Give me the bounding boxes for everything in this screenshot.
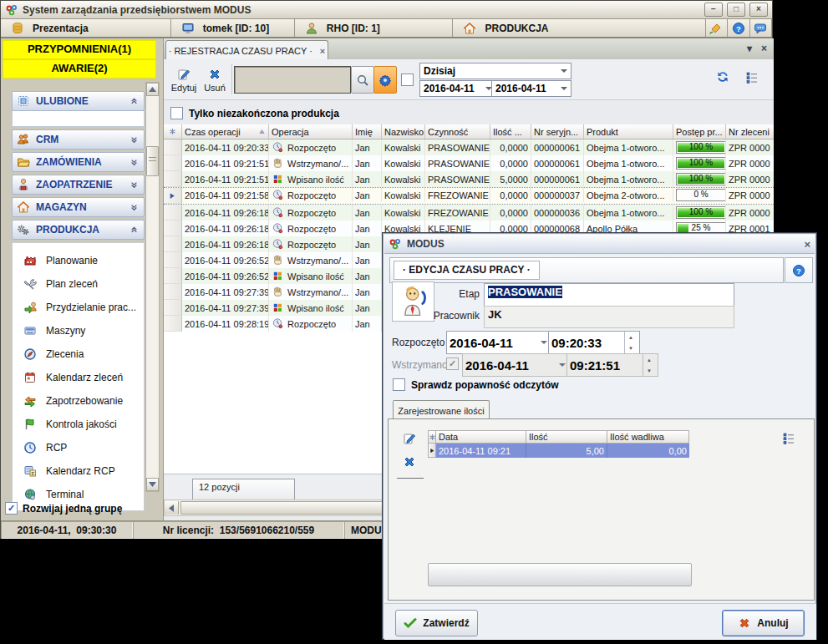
cell-imie: Jan bbox=[353, 155, 382, 171]
grid-header-nazwisko[interactable]: Nazwisko bbox=[382, 124, 425, 139]
sidebar-group-crm[interactable]: CRM bbox=[12, 129, 145, 150]
edit-quantity-button[interactable] bbox=[400, 429, 419, 448]
sidebar-item-przydzielanie-prac-[interactable]: Przydzielanie prac... bbox=[13, 296, 144, 319]
menu-item-rho-id-1-[interactable]: RHO [ID: 1] bbox=[295, 19, 454, 37]
grid-menu-icon[interactable] bbox=[782, 432, 795, 445]
gear-icon bbox=[378, 74, 392, 87]
sidebar-item-maszyny[interactable]: Maszyny bbox=[13, 319, 144, 342]
sidebar-item-kalendarz-zleceń[interactable]: Kalendarz zleceń bbox=[13, 366, 144, 389]
menu-item-prezentacja[interactable]: Prezentacja bbox=[1, 19, 171, 37]
paused-time-spinner[interactable]: 09:21:51 ▲▼ bbox=[566, 353, 658, 377]
refresh-icon[interactable] bbox=[715, 69, 730, 84]
expand-one-group-checkbox[interactable]: ✓ Rozwijaj jedną grupę bbox=[5, 502, 122, 515]
search-button[interactable] bbox=[351, 66, 374, 94]
edit-button[interactable]: Edytuj bbox=[168, 63, 200, 97]
tab-rejestracja-czasu-pracy[interactable]: · REJESTRACJA CZASU PRACY · × bbox=[165, 40, 328, 60]
grid-header-imię[interactable]: Imię bbox=[353, 124, 382, 139]
sidebar-group-zaopatrzenie[interactable]: ZAOPATRZENIE bbox=[12, 175, 145, 195]
delete-button[interactable]: Usuń bbox=[201, 63, 229, 97]
sidebar-group-ulubione[interactable]: ULUBIONE bbox=[12, 91, 145, 111]
sidebar-group-zamówienia[interactable]: ZAMÓWIENIA bbox=[12, 152, 145, 172]
sidebar-group-produkcja[interactable]: PRODUKCJA bbox=[12, 220, 145, 240]
sidebar-item-kontrola-jakości[interactable]: Kontrola jakości bbox=[13, 413, 144, 436]
close-icon[interactable]: × bbox=[749, 3, 768, 17]
qty-header-data[interactable]: Data bbox=[436, 430, 526, 444]
row-indicator bbox=[164, 284, 182, 300]
grid-header-produkt[interactable]: Produkt bbox=[584, 124, 673, 139]
minimize-icon[interactable]: − bbox=[704, 3, 723, 17]
table-row[interactable]: 2016-04-11 09:26:18RozpoczętoJanKowalski… bbox=[164, 205, 774, 221]
chat-icon[interactable] bbox=[750, 19, 773, 37]
grid-header-nr-seryjn-[interactable]: Nr seryjn... bbox=[531, 124, 584, 139]
table-row[interactable]: 2016-04-11 09:21:51Wpisano ilośćJanKowal… bbox=[164, 171, 774, 187]
grid-header-indicator[interactable] bbox=[164, 124, 182, 139]
unfinished-only-checkbox[interactable]: Tylko niezakończona produkcja bbox=[170, 107, 339, 119]
table-row[interactable]: 2016-04-11 09:20:33RozpoczętoJanKowalski… bbox=[164, 139, 774, 155]
grid-menu-icon[interactable] bbox=[745, 71, 759, 84]
failures-button[interactable]: AWARIE(2) bbox=[3, 59, 156, 79]
cancel-button[interactable]: Anuluj bbox=[722, 610, 805, 636]
menu-item-tomek-id-10-[interactable]: tomek [ID: 10] bbox=[171, 19, 295, 37]
etap-input[interactable]: PRASOWANIE bbox=[484, 283, 734, 307]
menu-item-label: RHO [ID: 1] bbox=[327, 23, 380, 34]
tab-close-icon[interactable]: × bbox=[320, 46, 325, 56]
date-to-combo[interactable]: 2016-04-11 bbox=[491, 80, 571, 97]
verify-readings-checkbox[interactable]: Sprawdz popawność odczytów bbox=[393, 378, 559, 391]
quantities-table[interactable]: DataIlośćIlość wadliwa2016-04-11 09:215,… bbox=[428, 430, 689, 458]
delete-quantity-button[interactable] bbox=[400, 453, 419, 471]
progress-bar: 100 % bbox=[676, 206, 726, 219]
sidebar-item-zapotrzebowanie[interactable]: Zapotrzebowanie bbox=[13, 389, 144, 413]
grid-header-postęp-pr-[interactable]: Postęp pr... bbox=[673, 124, 726, 139]
help-icon[interactable]: ? bbox=[792, 264, 805, 277]
date-from-combo[interactable]: 2016-04-11 bbox=[419, 80, 496, 97]
menu-item-produkcja[interactable]: PRODUKCJA bbox=[453, 19, 705, 37]
tab-list-dropdown-icon[interactable]: ▾ bbox=[747, 43, 752, 54]
grid-header-operacja[interactable]: Operacja bbox=[269, 124, 353, 139]
qty-table-row[interactable]: 2016-04-11 09:215,000,00 bbox=[428, 444, 689, 458]
grid-header-nr-zleceni[interactable]: Nr zleceni bbox=[726, 124, 774, 139]
sidebar-item-plan-zleceń[interactable]: Plan zleceń bbox=[13, 272, 144, 296]
scroll-up-icon[interactable] bbox=[146, 83, 159, 96]
dialog-close-icon[interactable]: × bbox=[804, 238, 810, 251]
sidebar-item-kalendarz-rcp[interactable]: ΣKalendarz RCP bbox=[13, 459, 144, 483]
grid-header-czas-operacji[interactable]: Czas operacji bbox=[182, 124, 269, 139]
table-row[interactable]: 2016-04-11 09:21:58RozpoczętoJanKowalski… bbox=[164, 187, 774, 205]
qty-header-ilość[interactable]: Ilość bbox=[526, 430, 607, 444]
sidebar-scrollbar[interactable] bbox=[145, 82, 160, 492]
tab-registered-quantities[interactable]: Zarejestrowane ilości bbox=[393, 400, 490, 420]
settings-gear-button[interactable] bbox=[373, 66, 397, 94]
toolbar-checkbox[interactable] bbox=[401, 74, 414, 86]
column-label: Czas operacji bbox=[185, 127, 241, 137]
pracownik-input[interactable]: JK bbox=[484, 306, 734, 328]
table-row[interactable]: 2016-04-11 09:21:51Wstrzymano/...JanKowa… bbox=[164, 155, 774, 171]
pracownik-label: Pracownik bbox=[421, 310, 480, 322]
cell-operacja: Rozpoczęto bbox=[269, 188, 353, 202]
sidebar-item-zlecenia[interactable]: Zlecenia bbox=[13, 342, 144, 366]
paint-icon[interactable] bbox=[706, 19, 729, 37]
time-spinner-icons[interactable]: ▲▼ bbox=[624, 332, 637, 353]
sidebar-group-magazyn[interactable]: MAGAZYN bbox=[12, 197, 145, 217]
sidebar-item-planowanie[interactable]: Planowanie bbox=[13, 249, 144, 272]
grid-header-ilość-[interactable]: Ilość ... bbox=[490, 124, 531, 139]
confirm-button[interactable]: Zatwierdź bbox=[395, 610, 478, 636]
sidebar-item-rcp[interactable]: RCP bbox=[13, 436, 144, 459]
nav-groups: ULUBIONECRMZAMÓWIENIAZAOPATRZENIEMAGAZYN… bbox=[12, 91, 145, 511]
search-input[interactable] bbox=[234, 66, 351, 94]
paused-date-combo[interactable]: 2016-04-11 bbox=[462, 353, 569, 377]
grid-header-czynność[interactable]: Czynność bbox=[425, 124, 490, 139]
tab-strip-close-icon[interactable]: × bbox=[761, 43, 767, 54]
paused-checkbox[interactable]: ✓ bbox=[446, 357, 459, 370]
qty-header-ilość-wadliwa[interactable]: Ilość wadliwa bbox=[607, 430, 689, 444]
cell-czynnosc: PRASOWANIE bbox=[425, 155, 490, 171]
reminders-button[interactable]: PRZYPOMNIENIA(1) bbox=[3, 40, 156, 59]
sidebar-item-label: Zlecenia bbox=[46, 348, 84, 360]
scroll-down-icon[interactable] bbox=[146, 478, 159, 491]
time-spinner-icons[interactable]: ▲▼ bbox=[643, 354, 655, 376]
started-time-spinner[interactable]: 09:20:33 ▲▼ bbox=[548, 331, 640, 354]
maximize-icon[interactable]: □ bbox=[727, 3, 745, 17]
date-range-preset-combo[interactable]: Dzisiaj bbox=[419, 63, 571, 79]
scroll-left-icon[interactable] bbox=[165, 501, 179, 515]
help-icon[interactable]: ? bbox=[728, 19, 750, 37]
started-date-combo[interactable]: 2016-04-11 bbox=[446, 331, 551, 354]
scrollbar-thumb[interactable] bbox=[146, 146, 159, 176]
